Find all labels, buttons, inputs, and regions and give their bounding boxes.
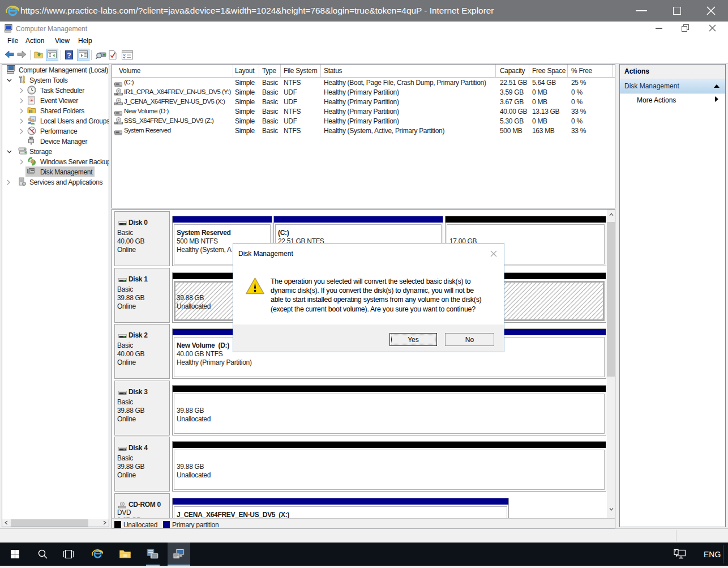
svg-text:?: ? — [67, 52, 71, 59]
